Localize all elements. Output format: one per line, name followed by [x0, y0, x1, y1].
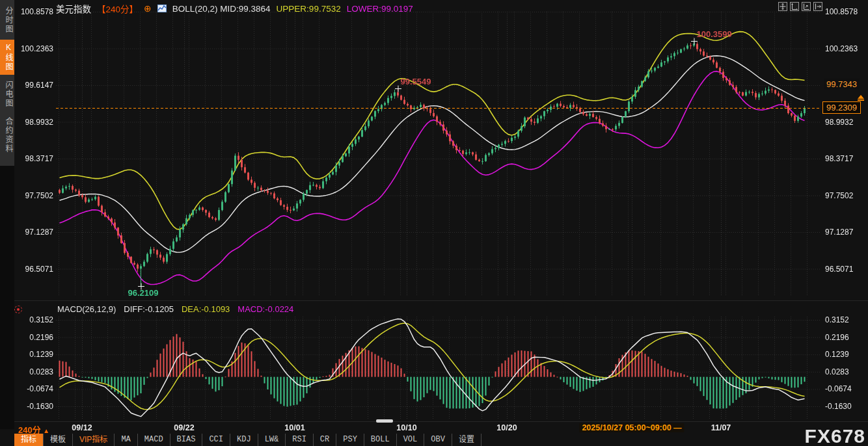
toolbar-item-kdj[interactable]: KDJ	[230, 434, 258, 446]
toolbar-item-bias[interactable]: BIAS	[170, 434, 203, 446]
boll-upper-value: UPPER:99.7532	[277, 4, 341, 14]
toolbar-item-ma[interactable]: MA	[115, 434, 137, 446]
macd-axis-tick: -0.1630	[17, 402, 53, 411]
toolbar-item-vol[interactable]: VOL	[397, 434, 425, 446]
boll-lower-value: LOWER:99.0197	[347, 4, 413, 14]
price-axis-tick: 97.1287	[825, 228, 865, 237]
macd-dea-value: DEA:-0.1093	[182, 304, 230, 314]
price-axis-tick: 96.5071	[825, 265, 865, 274]
macd-axis-tick: 0.1239	[825, 350, 865, 359]
sidebar-item-2[interactable]: 闪电图	[0, 77, 14, 111]
x-axis-date-label: 10/10	[396, 423, 416, 432]
price-axis-tick: 100.2363	[825, 44, 865, 53]
step-right-tool-icon[interactable]	[813, 2, 822, 11]
price-axis-tick: 96.5071	[17, 265, 53, 274]
x-axis-date-label: 09/22	[174, 423, 194, 432]
macd-axis-tick: 0.0283	[825, 367, 865, 376]
sidebar-item-0[interactable]: 分时图	[0, 3, 14, 37]
x-axis-date-label: 10/01	[284, 423, 305, 432]
price-axis-tick: 97.7502	[17, 191, 53, 200]
macd-axis-tick: 0.0283	[17, 367, 53, 376]
price-annotation-low: 96.2109	[128, 288, 159, 298]
toolbar-item-vip[interactable]: VIP指标	[73, 434, 115, 446]
macd-axis-tick: 0.3152	[17, 315, 53, 324]
toolbar-item-cr[interactable]: CR	[314, 434, 336, 446]
axis-zoom-out-icon[interactable]	[802, 2, 811, 11]
boll-mid-value: BOLL(20,2) MID:99.3864	[172, 4, 271, 14]
price-up-arrow-icon	[858, 95, 864, 101]
macd-diff-value: DIFF:-0.1205	[124, 304, 174, 314]
x-axis-date-label: 11/07	[711, 423, 731, 432]
toolbar-item-psy[interactable]: PSY	[336, 434, 364, 446]
price-axis-tick: 97.7502	[825, 191, 865, 200]
sidebar-item-3[interactable]: 合约资料	[0, 114, 14, 157]
toolbar-item-macd[interactable]: MACD	[138, 434, 170, 446]
toolbar-item-[interactable]: 模板	[44, 434, 73, 446]
toolbar-item-cci[interactable]: CCI	[202, 434, 230, 446]
macd-axis-tick: 0.2196	[825, 333, 865, 342]
x-axis-date-label: 10/20	[496, 423, 517, 432]
macd-axis-tick: -0.1630	[825, 402, 865, 411]
chart-toolbar-top	[778, 2, 822, 11]
pane-splitter-handle[interactable]	[376, 419, 393, 423]
upper-band-price-label: 99.7343	[824, 79, 860, 90]
toolbar-item-obv[interactable]: OBV	[424, 434, 452, 446]
macd-indicator-icon[interactable]	[14, 306, 22, 313]
toolbar-item-[interactable]: 指标	[14, 434, 44, 446]
current-price-label: 99.2309	[822, 101, 861, 114]
toolbar-item-lw[interactable]: LW&	[258, 434, 286, 446]
symbol-name: 美元指数	[56, 2, 91, 15]
indicator-toolbar: 指标模板VIP指标MAMACDBIASCCIKDJLW&RSICRPSYBOLL…	[14, 434, 481, 446]
charting-app: 美元指数 【240分】 ⊕ BOLL(20,2) MID:99.3864 UPP…	[0, 0, 868, 446]
macd-axis-tick: 0.3152	[825, 315, 865, 324]
macd-axis-tick: 0.1239	[17, 350, 53, 359]
macd-axis-tick: -0.0674	[825, 384, 865, 393]
chart-header: 美元指数 【240分】 ⊕ BOLL(20,2) MID:99.3864 UPP…	[56, 2, 413, 15]
price-axis-tick: 98.3717	[17, 154, 53, 163]
chart-type-icon[interactable]	[157, 5, 167, 12]
add-indicator-icon[interactable]: ⊕	[144, 3, 152, 14]
macd-macd-value: MACD:-0.0224	[237, 304, 293, 314]
sidebar-item-1[interactable]: K线图	[0, 40, 14, 75]
price-axis-tick: 98.3717	[825, 154, 865, 163]
period-label: 【240分】	[97, 2, 138, 15]
fx678-watermark: FX678	[805, 425, 865, 446]
axis-zoom-in-icon[interactable]	[790, 2, 799, 11]
toolbar-item-boll[interactable]: BOLL	[364, 434, 397, 446]
price-axis-tick: 99.6147	[17, 81, 53, 90]
price-axis-tick: 98.9932	[17, 118, 53, 127]
macd-axis-tick: 0.2196	[17, 333, 53, 342]
macd-header: MACD(26,12,9) DIFF:-0.1205 DEA:-0.1093 M…	[57, 304, 293, 314]
chart-type-sidebar: 分时图K线图闪电图合约资料	[0, 0, 14, 429]
price-axis-tick: 100.8578	[825, 7, 865, 16]
candlestick-macd-chart[interactable]	[0, 0, 868, 446]
price-annotation-high: 99.5549	[401, 77, 431, 86]
toolbar-item-rsi[interactable]: RSI	[286, 434, 314, 446]
price-axis-tick: 98.9932	[825, 118, 865, 127]
macd-params: MACD(26,12,9)	[57, 304, 116, 314]
footer-divider	[14, 421, 868, 422]
price-axis-tick: 100.8578	[17, 7, 53, 16]
x-axis-highlight-date: 2025/10/27 05:00~09:00 —	[579, 423, 684, 432]
price-annotation-high: 100.3599	[697, 29, 732, 39]
macd-axis-tick: -0.0674	[17, 384, 53, 393]
x-axis-date-label: 09/12	[72, 423, 92, 432]
price-axis-tick: 97.1287	[17, 228, 53, 237]
toolbar-item-[interactable]: 设置	[452, 434, 481, 446]
pan-tool-icon[interactable]	[778, 2, 787, 11]
price-axis-tick: 100.2363	[17, 44, 53, 53]
